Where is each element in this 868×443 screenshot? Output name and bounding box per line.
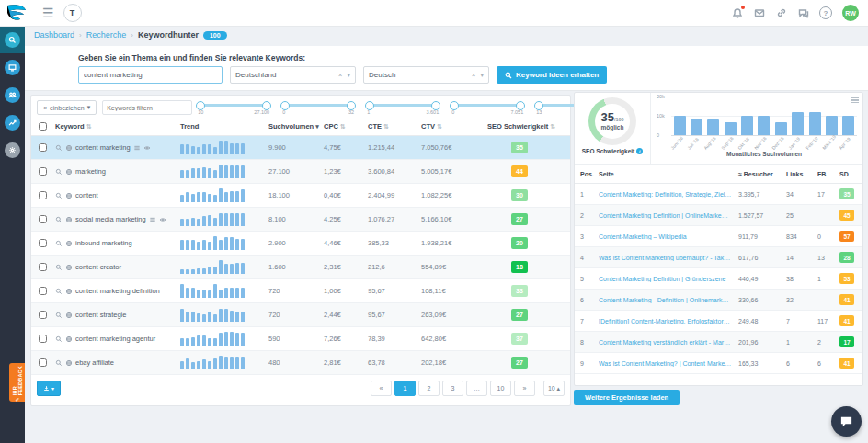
col-cpc[interactable]: CPC⇅ [324, 122, 368, 131]
link-icon[interactable] [775, 7, 787, 19]
watch-icon[interactable] [143, 144, 151, 152]
col-cte[interactable]: CTE⇅ [368, 122, 421, 131]
row-checkbox[interactable] [39, 215, 47, 223]
slider-handle-max[interactable] [516, 101, 525, 110]
keyword-row[interactable]: content marketing agentur5907,26€78,3964… [31, 327, 570, 351]
country-select[interactable]: Deutschland × ▾ [230, 66, 356, 84]
col-keyword[interactable]: Keyword⇅ [55, 122, 180, 131]
zoom-icon[interactable] [55, 240, 63, 247]
globe-icon[interactable] [65, 312, 73, 319]
help-icon[interactable]: ? [819, 6, 832, 19]
zoom-icon[interactable] [55, 264, 63, 271]
include-filter-button[interactable]: « einbeziehen ▾ [37, 100, 97, 115]
clear-country-icon[interactable]: × [338, 71, 343, 79]
row-checkbox[interactable] [39, 191, 47, 199]
row-checkbox[interactable] [39, 239, 47, 247]
row-checkbox[interactable] [39, 287, 47, 295]
language-select[interactable]: Deutsch × ▾ [363, 66, 489, 84]
range-slider-suchvolumen[interactable]: 1027.100 [198, 100, 269, 115]
support-chat-button[interactable] [831, 406, 862, 437]
range-slider-ctv[interactable]: 07.051 [451, 100, 523, 115]
sidebar-item-monitoring[interactable] [0, 53, 25, 81]
globe-icon[interactable] [65, 168, 73, 176]
slider-handle-max[interactable] [431, 101, 440, 110]
globe-icon[interactable] [65, 264, 73, 271]
globe-icon[interactable] [65, 288, 73, 295]
pagination-page-3[interactable]: 3 [442, 381, 463, 396]
zoom-icon[interactable] [55, 312, 63, 319]
bell-icon[interactable] [731, 7, 743, 19]
range-slider-cte[interactable]: 13.601 [367, 100, 439, 115]
row-checkbox[interactable] [39, 143, 47, 152]
slider-handle-max[interactable] [347, 101, 356, 110]
pagination-prev[interactable]: « [371, 381, 392, 396]
globe-icon[interactable] [65, 240, 73, 247]
globe-icon[interactable] [65, 335, 73, 343]
keyword-row[interactable]: social media marketing8.1004,25€1.076,27… [31, 208, 570, 232]
feedback-button[interactable]: ✎ IHR FEEDBACK [9, 363, 25, 402]
pagination-page-10[interactable]: 10 [490, 381, 511, 396]
pagination-page-…[interactable]: … [466, 381, 487, 396]
clear-language-icon[interactable]: × [472, 71, 476, 79]
globe-icon[interactable] [65, 192, 73, 199]
row-checkbox[interactable] [39, 167, 47, 176]
keyword-row[interactable]: inbound marketing2.9004,46€385,331.938,2… [31, 232, 570, 256]
page-size-select[interactable]: 10 ▴ [543, 381, 565, 396]
row-checkbox[interactable] [39, 311, 47, 319]
menu-icon[interactable]: ☰ [42, 6, 54, 20]
serp-list-icon[interactable] [149, 216, 156, 223]
slider-handle-max[interactable] [262, 101, 271, 110]
row-checkbox[interactable] [39, 263, 47, 271]
zoom-icon[interactable] [55, 168, 63, 176]
serp-page-link[interactable]: Content-Marketing - Definition | Onlinem… [599, 297, 738, 303]
keyword-row[interactable]: marketing27.1001,23€3.600,845.005,17€44 [31, 160, 570, 184]
serp-page-link[interactable]: Content-Marketing – Wikipedia [599, 233, 738, 240]
serp-page-link[interactable]: Content Marketing: Definition, Strategie… [599, 191, 738, 198]
watch-icon[interactable] [159, 216, 166, 223]
pagination-next[interactable]: » [514, 381, 535, 396]
zoom-icon[interactable] [55, 359, 63, 367]
chat-icon[interactable] [797, 7, 809, 19]
keyword-row[interactable]: content strategie7202,44€95,67263,09€27 [31, 303, 570, 327]
keyword-row[interactable]: content marketing9.9004,75€1.215,447.050… [31, 136, 570, 160]
serp-page-link[interactable]: Content Marketing verständlich erklärt -… [599, 339, 738, 346]
load-more-button[interactable]: Weitere Ergebnisse laden [574, 390, 680, 405]
zoom-icon[interactable] [55, 335, 63, 343]
topic-input[interactable] [78, 66, 223, 84]
col-seo-schwierigkeit[interactable]: SEO Schwierigkeit⇅ [487, 122, 570, 131]
range-slider-cpc[interactable]: 032 [282, 100, 354, 115]
select-all-checkbox[interactable] [39, 122, 47, 131]
keyword-row[interactable]: content18.1000,40€2.404,991.082,25€30 [31, 184, 570, 208]
serp-page-link[interactable]: Was ist Content Marketing? | Content Mar… [599, 360, 738, 367]
sidebar-item-settings[interactable] [0, 136, 25, 164]
globe-icon[interactable] [65, 144, 73, 152]
export-button[interactable]: ▾ [37, 381, 61, 396]
keyword-row[interactable]: content marketing definition7201,00€95,6… [31, 279, 570, 303]
keyword-filter-input[interactable] [102, 100, 192, 115]
workspace-avatar[interactable]: T [63, 4, 82, 22]
keyword-row[interactable]: ebay affiliate4802,81€63,78202,18€27 [31, 351, 570, 375]
keyword-row[interactable]: content creator1.6002,31€212,6554,89€18 [31, 256, 570, 279]
zoom-icon[interactable] [55, 216, 63, 223]
serp-page-link[interactable]: [Definition] Content-Marketing, Erfolgsf… [599, 318, 738, 324]
sidebar-item-search[interactable] [0, 26, 25, 53]
get-keyword-ideas-button[interactable]: Keyword Ideen erhalten [497, 66, 607, 84]
info-icon[interactable]: i [636, 148, 643, 154]
zoom-icon[interactable] [55, 288, 63, 295]
col-ctv[interactable]: CTV⇅ [421, 122, 487, 131]
serp-page-link[interactable]: Content Marketing Definition | Gründersz… [599, 276, 738, 282]
mail-icon[interactable] [753, 7, 765, 19]
serp-list-icon[interactable] [133, 144, 141, 152]
globe-icon[interactable] [65, 216, 73, 223]
globe-icon[interactable] [65, 359, 73, 367]
serp-page-link[interactable]: Content Marketing Definition | OnlineMar… [599, 212, 738, 219]
breadcrumb-dashboard[interactable]: Dashboard [34, 30, 74, 40]
zoom-icon[interactable] [55, 192, 63, 199]
row-checkbox[interactable] [39, 335, 47, 343]
row-checkbox[interactable] [39, 358, 47, 367]
pagination-page-2[interactable]: 2 [418, 381, 440, 396]
col-suchvolumen[interactable]: Suchvolumen▾ [268, 122, 324, 131]
breadcrumb-recherche[interactable]: Recherche [86, 30, 127, 40]
zoom-icon[interactable] [55, 144, 63, 152]
pagination-page-1[interactable]: 1 [394, 381, 416, 396]
